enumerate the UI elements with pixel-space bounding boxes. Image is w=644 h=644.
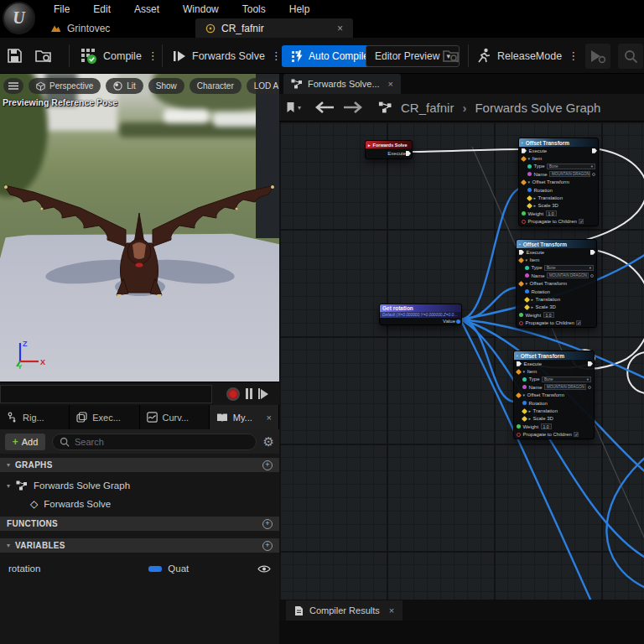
viewport-character-button[interactable]: Character	[190, 78, 242, 94]
scale-pin[interactable]	[524, 304, 530, 310]
tab-forwards-solve-graph[interactable]: Forwards Solve... ×	[283, 74, 401, 94]
viewport-perspective-button[interactable]: Perspective	[29, 78, 101, 94]
rotation-pin[interactable]	[522, 401, 527, 405]
pick-item-icon[interactable]	[590, 274, 594, 278]
save-button[interactable]	[7, 38, 23, 74]
tab-cr-fafnir[interactable]: CR_fafnir ×	[195, 18, 353, 38]
close-icon[interactable]: ×	[389, 605, 394, 615]
execute-output-pin[interactable]	[592, 148, 597, 153]
viewport-show-button[interactable]: Show	[148, 78, 184, 94]
offset-transform-pin[interactable]	[516, 392, 522, 398]
tab-execution-stack[interactable]: Exec...	[70, 405, 139, 429]
browse-asset-button[interactable]	[35, 38, 53, 74]
bookmarks-button[interactable]: ▾	[286, 101, 301, 113]
name-pin[interactable]	[527, 172, 532, 176]
add-graph-button[interactable]: +	[262, 460, 273, 470]
weight-pin[interactable]	[519, 313, 523, 317]
name-pin[interactable]	[525, 273, 529, 278]
scale-pin[interactable]	[527, 203, 532, 209]
release-mode-button[interactable]: ReleaseMode ⋮	[476, 38, 579, 74]
preview-viewport[interactable]: Perspective Lit Show Character LOD A Pre…	[0, 74, 279, 382]
close-icon[interactable]: ×	[337, 23, 343, 34]
tab-grintovec[interactable]: Grintovec	[40, 18, 195, 38]
weight-value[interactable]: 1.0	[541, 423, 552, 429]
menu-tools[interactable]: Tools	[231, 0, 278, 18]
graph-item-forwards-solve-entry[interactable]: ◇ Forwards Solve	[0, 495, 279, 513]
execute-input-pin[interactable]	[517, 361, 522, 366]
tab-compiler-results[interactable]: Compiler Results ×	[286, 600, 402, 621]
rotation-pin[interactable]	[525, 289, 529, 293]
timeline-scrub-area[interactable]	[0, 385, 212, 403]
graph-item-forwards-solve-graph[interactable]: ▾ Forwards Solve Graph	[0, 476, 279, 495]
add-function-button[interactable]: +	[262, 519, 273, 529]
type-pin[interactable]	[525, 266, 529, 270]
collapse-icon[interactable]: ▾	[7, 482, 10, 490]
item-pin[interactable]	[521, 156, 527, 162]
menu-file[interactable]: File	[42, 0, 81, 18]
translation-pin[interactable]	[524, 296, 530, 302]
eye-icon[interactable]	[257, 564, 271, 574]
unreal-logo-icon[interactable]: U	[3, 2, 35, 34]
record-button[interactable]	[226, 387, 240, 401]
name-select[interactable]: MOUNTAIN DRAGON - Neck ▾	[549, 171, 589, 177]
item-pin[interactable]	[518, 257, 524, 263]
debug-play-button[interactable]	[585, 44, 610, 69]
variable-row-rotation[interactable]: rotation Quat	[0, 558, 279, 579]
variables-section-header[interactable]: ▾ VARIABLES +	[0, 538, 279, 553]
add-button[interactable]: + Add	[5, 434, 45, 450]
compile-button[interactable]: Compile ⋮	[80, 38, 158, 74]
menu-asset[interactable]: Asset	[122, 0, 171, 18]
translation-pin[interactable]	[522, 408, 527, 413]
settings-gear-icon[interactable]: ⚙	[263, 434, 274, 449]
type-pin[interactable]	[522, 377, 527, 382]
propagate-checkbox[interactable]: ✓	[579, 219, 584, 224]
name-pin[interactable]	[522, 385, 527, 389]
execute-output-pin[interactable]	[588, 361, 593, 366]
compile-options-kebab-icon[interactable]: ⋮	[148, 49, 158, 62]
rotation-pin[interactable]	[527, 188, 532, 192]
item-pin[interactable]	[516, 369, 522, 375]
auto-compile-button[interactable]: Auto Compile	[282, 45, 378, 67]
menu-help[interactable]: Help	[278, 0, 322, 18]
search-input[interactable]	[75, 437, 249, 447]
name-select[interactable]: MOUNTAIN DRAGON - Neck1 ▾	[547, 273, 588, 278]
node-forwards-solve[interactable]: ▸ Forwards Solve Execute	[365, 140, 413, 159]
viewport-menu-button[interactable]	[3, 78, 23, 94]
weight-value[interactable]: 1.0	[546, 210, 557, 216]
execute-output-pin[interactable]	[590, 250, 595, 255]
translation-pin[interactable]	[527, 195, 532, 200]
execute-output-pin[interactable]	[406, 151, 411, 156]
find-button[interactable]	[618, 44, 643, 69]
node-offset-transform-1[interactable]: ▪ Offset Transform Execute ▾ Item Type B…	[518, 138, 599, 226]
pause-button[interactable]	[246, 388, 252, 399]
tab-curve-container[interactable]: Curv...	[140, 405, 210, 429]
node-get-rotation[interactable]: Get rotation Default (X=0.000000,Y=0.000…	[379, 304, 462, 325]
browse-preview-button[interactable]	[443, 38, 460, 74]
breadcrumb-root[interactable]: CR_fafnir	[401, 101, 454, 115]
offset-transform-pin[interactable]	[518, 281, 524, 287]
viewport-lod-button[interactable]: LOD A	[247, 78, 279, 94]
menu-window[interactable]: Window	[171, 0, 231, 18]
graphs-section-header[interactable]: ▾ GRAPHS +	[0, 458, 279, 472]
viewport-lit-button[interactable]: Lit	[106, 78, 143, 94]
add-variable-button[interactable]: +	[262, 541, 273, 551]
type-select[interactable]: Bone ▾	[542, 377, 591, 382]
event-options-kebab-icon[interactable]: ⋮	[271, 49, 282, 62]
type-pin[interactable]	[527, 164, 532, 169]
propagate-pin[interactable]	[522, 220, 526, 224]
value-output-pin[interactable]	[456, 319, 460, 324]
weight-pin[interactable]	[517, 424, 521, 428]
type-select[interactable]: Bone ▾	[547, 164, 595, 169]
tab-rig-hierarchy[interactable]: Rig...	[0, 405, 70, 429]
execute-input-pin[interactable]	[519, 250, 524, 255]
close-icon[interactable]: ×	[267, 413, 272, 423]
weight-pin[interactable]	[522, 211, 526, 216]
pick-item-icon[interactable]	[592, 173, 595, 176]
release-mode-kebab-icon[interactable]: ⋮	[568, 49, 579, 62]
breadcrumb-current[interactable]: Forwards Solve Graph	[475, 101, 600, 115]
name-select[interactable]: MOUNTAIN DRAGON - Neck2 ▾	[544, 384, 585, 390]
propagate-checkbox[interactable]: ✓	[576, 320, 581, 325]
menu-edit[interactable]: Edit	[81, 0, 122, 18]
scale-pin[interactable]	[522, 416, 527, 422]
nav-back-button[interactable]	[314, 101, 335, 113]
